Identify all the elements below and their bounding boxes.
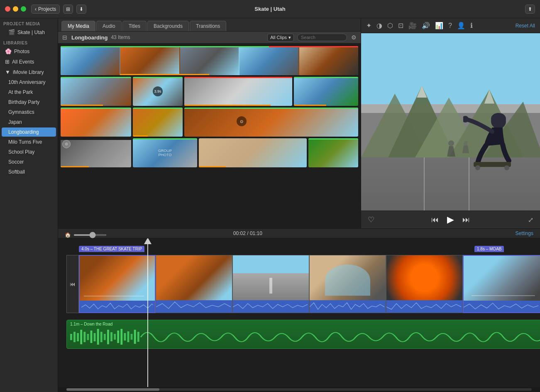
audio-clip[interactable]: 1.1m – Down the Road: [66, 320, 540, 349]
play-button[interactable]: ▶: [447, 214, 454, 225]
video-clip-1[interactable]: [79, 255, 156, 313]
timeline-tracks: 4.0s – THE GREAT SKATE TRIP 1.8s – MOAB …: [58, 238, 540, 387]
info-icon[interactable]: ℹ: [470, 22, 473, 29]
media-thumb-2c[interactable]: [184, 77, 292, 106]
media-thumb-2a[interactable]: [61, 77, 131, 106]
reset-all-button[interactable]: Reset All: [516, 23, 535, 29]
video-clip-3[interactable]: [232, 255, 309, 313]
sidebar-item-all-events[interactable]: ⊞ All Events: [2, 57, 56, 66]
media-thumb-3a[interactable]: [61, 108, 131, 137]
svg-rect-34: [134, 330, 136, 344]
timeline-scrollbar[interactable]: [66, 388, 532, 391]
svg-rect-19: [83, 332, 86, 342]
export-button[interactable]: ⬆: [525, 5, 535, 14]
grid-toggle-icon[interactable]: ⊟: [61, 33, 68, 42]
media-thumb-2b[interactable]: 3.9s: [133, 77, 183, 106]
sidebar-item-at-park[interactable]: At the Park: [2, 88, 56, 97]
video-track-container: 4.0s – THE GREAT SKATE TRIP 1.8s – MOAB …: [66, 255, 540, 313]
zoom-control: 🏠: [65, 232, 107, 238]
minimize-button[interactable]: [13, 6, 18, 12]
sidebar-item-birthday[interactable]: Birthday Party: [2, 98, 56, 107]
waveform-4: [310, 300, 386, 313]
tab-audio[interactable]: Audio: [96, 21, 122, 31]
media-thumb-4d[interactable]: [308, 138, 358, 167]
camera-icon[interactable]: 🎥: [408, 22, 417, 29]
video-clip-4[interactable]: [309, 255, 386, 313]
svg-rect-21: [90, 331, 93, 343]
sidebar-item-milo[interactable]: Milo Turns Five: [2, 137, 56, 147]
video-clip-6[interactable]: [463, 255, 540, 313]
media-thumb-3b[interactable]: [133, 108, 183, 137]
media-thumb-2d[interactable]: [294, 77, 358, 106]
crop-icon[interactable]: ⊡: [398, 22, 403, 29]
sidebar-item-japan[interactable]: Japan: [2, 118, 56, 127]
rewind-button[interactable]: ⏮: [431, 216, 439, 224]
svg-rect-28: [114, 334, 116, 340]
media-row-1: [61, 46, 358, 75]
audio-track-container: 1.1m – Down the Road: [66, 320, 540, 349]
track-prev-button[interactable]: ⏮: [66, 255, 79, 313]
video-clip-5[interactable]: [386, 255, 463, 313]
favorite-button[interactable]: ♡: [368, 215, 374, 224]
fullscreen-button[interactable]: [21, 6, 26, 12]
svg-rect-15: [70, 334, 72, 340]
media-thumb-3c[interactable]: ⊙: [184, 108, 358, 137]
waveform-1: [81, 301, 153, 313]
download-button[interactable]: ⬇: [76, 5, 86, 14]
media-thumb-4a[interactable]: ⚙: [61, 138, 131, 167]
sidebar-item-longboarding[interactable]: Longboarding: [2, 127, 56, 137]
library-icon: ▼: [5, 69, 10, 75]
settings-icon[interactable]: ⚙: [350, 33, 357, 42]
palette-icon[interactable]: ⬡: [387, 22, 393, 29]
titlebar: ‹ Projects ⊞ ⬇ Skate | Utah ⬆: [0, 0, 540, 18]
color-icon[interactable]: ◑: [376, 22, 382, 29]
zoom-slider[interactable]: [73, 234, 107, 236]
waveform-5: [386, 300, 462, 313]
search-input[interactable]: [297, 34, 347, 41]
sidebar-item-softball[interactable]: Softball: [2, 167, 56, 176]
media-toolbar: ⊟ Longboarding 43 Items All Clips ▾ ⚙: [58, 32, 361, 44]
photos-icon: 🌸: [5, 48, 12, 54]
video-clip-2[interactable]: [156, 255, 232, 313]
svg-point-12: [504, 165, 509, 170]
tab-titles[interactable]: Titles: [122, 21, 147, 31]
projects-button[interactable]: ‹ Projects: [31, 5, 60, 14]
zoom-icon: 🏠: [65, 232, 71, 238]
sidebar-item-gymnastics[interactable]: Gymnastics: [2, 108, 56, 117]
sidebar: PROJECT MEDIA 🎬 Skate | Utah LIBRARIES 🌸…: [0, 18, 58, 392]
timeline-scrollbar-thumb[interactable]: [66, 388, 159, 391]
close-button[interactable]: [5, 6, 10, 12]
timeline-area: 4.0s – THE GREAT SKATE TRIP 1.8s – MOAB …: [58, 238, 540, 392]
sidebar-item-project[interactable]: 🎬 Skate | Utah: [2, 27, 56, 37]
media-thumb-4c[interactable]: [199, 138, 307, 167]
waveform-3: [233, 300, 309, 313]
media-thumb-filmstrip-1[interactable]: [61, 46, 358, 75]
grid-view-button[interactable]: ⊞: [63, 5, 73, 14]
sidebar-item-school-play[interactable]: School Play: [2, 147, 56, 157]
media-row-2: 3.9s: [61, 77, 358, 106]
tab-transitions[interactable]: Transitions: [190, 21, 226, 31]
media-thumb-4b[interactable]: GROUPPHOTO: [133, 138, 197, 167]
sidebar-item-anniversary[interactable]: 10th Anniversary: [2, 78, 56, 87]
settings-button[interactable]: Settings: [516, 230, 533, 236]
svg-rect-26: [107, 330, 109, 344]
media-grid: 3.9s: [58, 44, 361, 228]
media-row-3: ⊙: [61, 108, 358, 137]
person-icon[interactable]: 👤: [457, 22, 465, 29]
tab-backgrounds[interactable]: Backgrounds: [147, 21, 189, 31]
help-icon[interactable]: ?: [448, 22, 452, 29]
svg-rect-17: [77, 333, 79, 341]
volume-icon[interactable]: 🔊: [422, 22, 430, 29]
timeline-scroll[interactable]: 4.0s – THE GREAT SKATE TRIP 1.8s – MOAB …: [58, 238, 540, 387]
magic-wand-icon[interactable]: ✦: [366, 22, 371, 29]
tab-my-media[interactable]: My Media: [61, 21, 95, 31]
sidebar-item-imovie-library[interactable]: ▼ iMovie Library: [2, 67, 56, 77]
chart-icon[interactable]: 📊: [435, 22, 443, 29]
fast-forward-button[interactable]: ⏭: [462, 216, 470, 224]
media-filter-dropdown[interactable]: All Clips ▾: [267, 34, 294, 42]
media-panel: My Media Audio Titles Backgrounds Transi…: [58, 18, 361, 228]
expand-button[interactable]: ⤢: [528, 216, 533, 224]
audio-waveform: [70, 326, 540, 348]
sidebar-item-soccer[interactable]: Soccer: [2, 157, 56, 167]
sidebar-item-photos[interactable]: 🌸 Photos: [2, 47, 56, 56]
